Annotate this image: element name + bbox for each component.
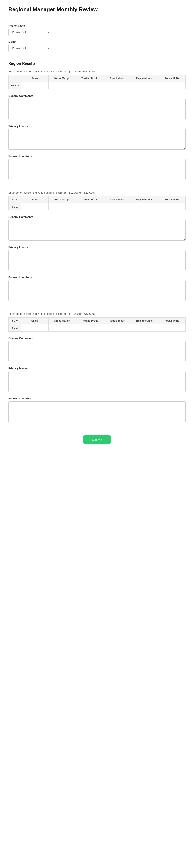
general-comments-region[interactable] [8,99,186,120]
sc2-section: Enter performance relative to budget in … [8,312,186,427]
table-row-region: Region [8,82,186,89]
follow-up-actions-label-region: Follow Up Actions [8,155,186,158]
col-header-sc-hash-sc1: SC # [8,196,21,203]
input-sc2-gross-margin[interactable] [50,327,75,329]
region-performance-table: Sales Gross Margin Trading Profit Total … [8,75,186,89]
month-label: Month [8,40,186,43]
col-header-sales-sc2: Sales [21,318,49,324]
col-header-repair-units-sc2: Repair Units [158,318,186,324]
cell-sc1-total-labour[interactable] [103,203,131,211]
general-comments-label-sc1: General Comments [8,215,186,219]
cell-sc2-gross-margin[interactable] [48,324,76,332]
table-row-sc2: SC 2 [8,324,186,332]
cell-sc1-sales[interactable] [21,203,49,211]
row-label-sc2: SC 2 [8,324,21,332]
col-header-sales: Sales [21,75,49,82]
input-sc1-trading-profit[interactable] [77,205,102,208]
month-select[interactable]: Please Select [8,44,50,52]
region-results-section: Region Results Enter performance relativ… [8,61,186,185]
cell-sc1-replace-units[interactable] [131,203,158,211]
cell-region-replace-units[interactable] [131,82,158,89]
input-region-replace-units[interactable] [132,84,157,87]
input-sc2-replace-units[interactable] [132,327,157,329]
col-header-gross-margin-sc1: Gross Margin [48,196,76,203]
input-sc1-sales[interactable] [22,205,47,208]
sc1-section: Enter performance relative to budget in … [8,191,186,306]
input-sc1-total-labour[interactable] [105,205,130,208]
performance-note-sc2: Enter performance relative to budget in … [8,312,186,315]
table-row-sc1: SC 1 [8,203,186,211]
general-comments-label-region: General Comments [8,94,186,97]
region-results-title: Region Results [8,61,186,66]
cell-sc2-sales[interactable] [21,324,49,332]
col-header-gross-margin-sc2: Gross Margin [48,318,76,324]
primary-issues-label-sc1: Primary Issues [8,246,186,249]
performance-note-sc1: Enter performance relative to budget in … [8,191,186,194]
col-header-replace-units-sc1: Replace Units [131,196,158,203]
input-region-trading-profit[interactable] [77,84,102,87]
cell-region-trading-profit[interactable] [76,82,104,89]
input-sc1-replace-units[interactable] [132,205,157,208]
submit-button[interactable]: Submit [83,435,111,444]
cell-sc1-gross-margin[interactable] [48,203,76,211]
input-sc1-gross-margin[interactable] [50,205,75,208]
region-name-select[interactable]: Please Select [8,29,50,36]
general-comments-sc2[interactable] [8,341,186,362]
col-header-total-labour: Total Labour [103,75,131,82]
cell-sc1-repair-units[interactable] [158,203,186,211]
input-region-repair-units[interactable] [160,84,185,87]
general-comments-label-sc2: General Comments [8,337,186,340]
cell-region-total-labour[interactable] [103,82,131,89]
col-header-empty [8,75,21,82]
col-header-total-labour-sc2: Total Labour [103,318,131,324]
cell-region-gross-margin[interactable] [48,82,76,89]
performance-note-region: Enter performance relative to budget in … [8,70,186,73]
follow-up-actions-label-sc1: Follow Up Actions [8,276,186,279]
primary-issues-label-sc2: Primary Issues [8,367,186,370]
cell-sc2-trading-profit[interactable] [76,324,104,332]
col-header-trading-profit-sc1: Trading Profit [76,196,104,203]
divider-top [8,19,186,19]
row-label-sc1: SC 1 [8,203,21,211]
primary-issues-region[interactable] [8,129,186,150]
input-sc2-repair-units[interactable] [160,327,185,329]
follow-up-actions-sc2[interactable] [8,401,186,422]
cell-region-sales[interactable] [21,82,49,89]
input-sc2-total-labour[interactable] [105,327,130,329]
primary-issues-label-region: Primary Issues [8,124,186,128]
region-name-field: Region Name Please Select [8,24,186,36]
input-sc2-sales[interactable] [22,327,47,329]
cell-sc2-replace-units[interactable] [131,324,158,332]
col-header-trading-profit: Trading Profit [76,75,104,82]
col-header-sales-sc1: Sales [21,196,49,203]
submit-container: Submit [8,435,186,444]
col-header-trading-profit-sc2: Trading Profit [76,318,104,324]
col-header-repair-units-sc1: Repair Units [158,196,186,203]
cell-sc2-total-labour[interactable] [103,324,131,332]
cell-region-repair-units[interactable] [158,82,186,89]
cell-sc1-trading-profit[interactable] [76,203,104,211]
region-name-label: Region Name [8,24,186,27]
follow-up-actions-region[interactable] [8,159,186,180]
input-sc2-trading-profit[interactable] [77,327,102,329]
input-region-gross-margin[interactable] [50,84,75,87]
col-header-replace-units: Replace Units [131,75,158,82]
col-header-repair-units: Repair Units [158,75,186,82]
follow-up-actions-label-sc2: Follow Up Actions [8,397,186,400]
sc2-performance-table: SC # Sales Gross Margin Trading Profit T… [8,317,186,332]
col-header-sc-hash-sc2: SC # [8,318,21,324]
row-label-region: Region [8,82,21,89]
input-region-total-labour[interactable] [105,84,130,87]
primary-issues-sc1[interactable] [8,250,186,271]
cell-sc2-repair-units[interactable] [158,324,186,332]
page-title: Regional Manager Monthly Review [8,6,186,13]
general-comments-sc1[interactable] [8,220,186,241]
input-region-sales[interactable] [22,84,47,87]
follow-up-actions-sc1[interactable] [8,280,186,301]
month-field: Month Please Select [8,40,186,52]
input-sc1-repair-units[interactable] [160,205,185,208]
col-header-total-labour-sc1: Total Labour [103,196,131,203]
col-header-replace-units-sc2: Replace Units [131,318,158,324]
sc1-performance-table: SC # Sales Gross Margin Trading Profit T… [8,196,186,211]
primary-issues-sc2[interactable] [8,371,186,392]
